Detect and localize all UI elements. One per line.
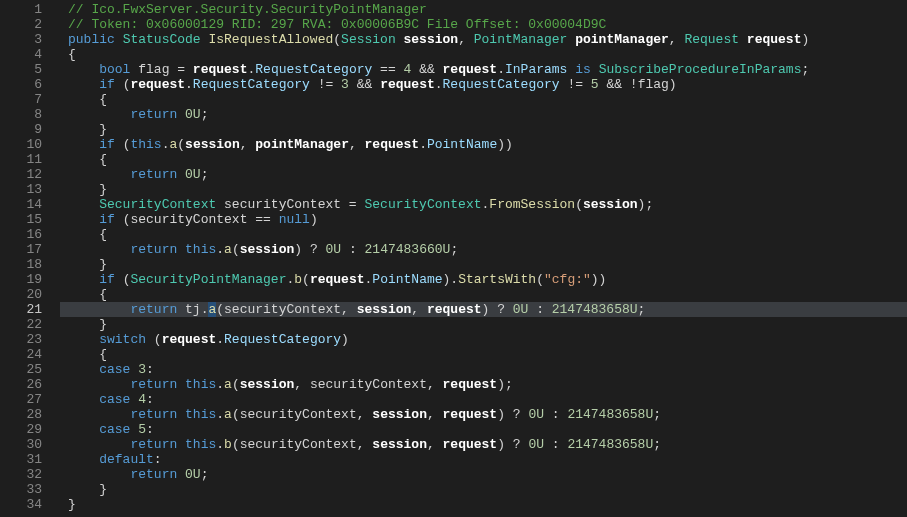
code-line[interactable]: // Token: 0x06000129 RID: 297 RVA: 0x000… bbox=[68, 17, 907, 32]
code-line[interactable]: case 4: bbox=[68, 392, 907, 407]
token: b bbox=[224, 437, 232, 452]
token: , bbox=[411, 302, 427, 317]
code-line[interactable]: case 5: bbox=[68, 422, 907, 437]
token: 0U bbox=[185, 167, 201, 182]
token: } bbox=[99, 317, 107, 332]
line-number: 11 bbox=[10, 152, 42, 167]
token: session bbox=[357, 302, 412, 317]
token bbox=[739, 32, 747, 47]
code-line[interactable]: return 0U; bbox=[68, 167, 907, 182]
token: ( bbox=[232, 377, 240, 392]
code-line[interactable]: { bbox=[68, 152, 907, 167]
token: PointManager bbox=[474, 32, 568, 47]
code-line[interactable]: } bbox=[68, 317, 907, 332]
code-line[interactable]: return tj.a(securityContext, session, re… bbox=[60, 302, 907, 317]
code-line[interactable]: } bbox=[68, 182, 907, 197]
code-line[interactable]: SecurityContext securityContext = Securi… bbox=[68, 197, 907, 212]
token: case bbox=[99, 362, 130, 377]
token: return bbox=[130, 242, 177, 257]
code-line[interactable]: } bbox=[68, 497, 907, 512]
token: request bbox=[193, 62, 248, 77]
code-line[interactable]: // Ico.FwxServer.Security.SecurityPointM… bbox=[68, 2, 907, 17]
token: : bbox=[528, 302, 551, 317]
token: && bbox=[349, 77, 380, 92]
code-line[interactable]: public StatusCode IsRequestAllowed(Sessi… bbox=[68, 32, 907, 47]
token: session bbox=[372, 437, 427, 452]
code-line[interactable]: } bbox=[68, 122, 907, 137]
token: : bbox=[154, 452, 162, 467]
code-line[interactable]: switch (request.RequestCategory) bbox=[68, 332, 907, 347]
token: b bbox=[294, 272, 302, 287]
token: ( bbox=[333, 32, 341, 47]
code-line[interactable]: if (request.RequestCategory != 3 && requ… bbox=[68, 77, 907, 92]
token: PointName bbox=[427, 137, 497, 152]
token: ) bbox=[310, 212, 318, 227]
token: . bbox=[497, 62, 505, 77]
line-number: 12 bbox=[10, 167, 42, 182]
code-line[interactable]: return this.b(securityContext, session, … bbox=[68, 437, 907, 452]
code-line[interactable]: default: bbox=[68, 452, 907, 467]
code-line[interactable]: return 0U; bbox=[68, 107, 907, 122]
code-line[interactable]: if (securityContext == null) bbox=[68, 212, 907, 227]
code-line[interactable]: } bbox=[68, 482, 907, 497]
token: session bbox=[404, 32, 459, 47]
line-number: 27 bbox=[10, 392, 42, 407]
token: . bbox=[216, 437, 224, 452]
code-line[interactable]: case 3: bbox=[68, 362, 907, 377]
line-number: 31 bbox=[10, 452, 42, 467]
token: { bbox=[68, 47, 76, 62]
code-line[interactable]: { bbox=[68, 47, 907, 62]
token: 3 bbox=[138, 362, 146, 377]
token: 0U bbox=[513, 302, 529, 317]
code-area[interactable]: // Ico.FwxServer.Security.SecurityPointM… bbox=[60, 0, 907, 517]
token: tj. bbox=[177, 302, 208, 317]
token: if bbox=[99, 77, 115, 92]
token: request bbox=[310, 272, 365, 287]
token: request bbox=[427, 302, 482, 317]
token bbox=[177, 407, 185, 422]
token: pointManager bbox=[575, 32, 669, 47]
token: request bbox=[443, 377, 498, 392]
token: SecurityPointManager bbox=[130, 272, 286, 287]
code-line[interactable]: } bbox=[68, 257, 907, 272]
line-number: 29 bbox=[10, 422, 42, 437]
code-line[interactable]: bool flag = request.RequestCategory == 4… bbox=[68, 62, 907, 77]
line-number: 9 bbox=[10, 122, 42, 137]
line-number: 15 bbox=[10, 212, 42, 227]
token: != bbox=[310, 77, 341, 92]
token: switch bbox=[99, 332, 146, 347]
token: . bbox=[216, 377, 224, 392]
code-line[interactable]: return this.a(securityContext, session, … bbox=[68, 407, 907, 422]
code-line[interactable]: if (SecurityPointManager.b(request.Point… bbox=[68, 272, 907, 287]
line-number: 28 bbox=[10, 407, 42, 422]
code-line[interactable]: { bbox=[68, 92, 907, 107]
line-number: 4 bbox=[10, 47, 42, 62]
code-line[interactable]: if (this.a(session, pointManager, reques… bbox=[68, 137, 907, 152]
token: 2147483660U bbox=[365, 242, 451, 257]
token: StatusCode bbox=[123, 32, 201, 47]
code-line[interactable]: return this.a(session, securityContext, … bbox=[68, 377, 907, 392]
token bbox=[115, 32, 123, 47]
token: this bbox=[185, 377, 216, 392]
token: : bbox=[146, 422, 154, 437]
token: return bbox=[130, 437, 177, 452]
token: { bbox=[99, 227, 107, 242]
line-number: 21 bbox=[10, 302, 42, 317]
code-editor[interactable]: 1234567891011121314151617181920212223242… bbox=[0, 0, 907, 517]
code-line[interactable]: { bbox=[68, 227, 907, 242]
code-line[interactable]: { bbox=[68, 287, 907, 302]
token: ; bbox=[653, 407, 661, 422]
token: 5 bbox=[591, 77, 599, 92]
token: : bbox=[544, 407, 567, 422]
code-line[interactable]: return 0U; bbox=[68, 467, 907, 482]
token: . bbox=[216, 332, 224, 347]
token: ); bbox=[638, 197, 654, 212]
token: return bbox=[130, 407, 177, 422]
line-number: 26 bbox=[10, 377, 42, 392]
code-line[interactable]: return this.a(session) ? 0U : 2147483660… bbox=[68, 242, 907, 257]
code-line[interactable]: { bbox=[68, 347, 907, 362]
token: PointName bbox=[372, 272, 442, 287]
token: // Ico.FwxServer.Security.SecurityPointM… bbox=[68, 2, 427, 17]
token: return bbox=[130, 377, 177, 392]
token bbox=[177, 467, 185, 482]
